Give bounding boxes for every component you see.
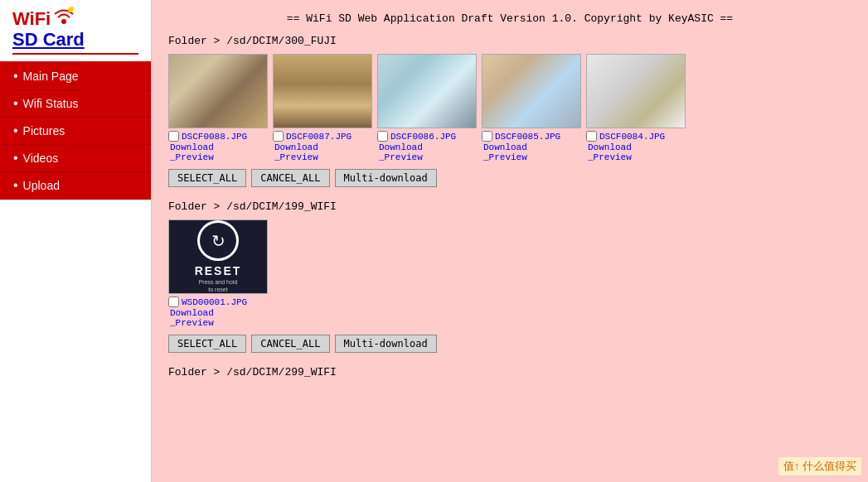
nav-menu: Main Page Wifi Status Pictures Videos Up… xyxy=(0,63,151,200)
preview-link-wsd00001[interactable]: _Preview xyxy=(170,318,214,328)
multi-download-button-300-fuji[interactable]: Multi-download xyxy=(335,169,437,187)
reset-subtext: Press and holdto reset xyxy=(199,279,238,293)
header-bar: == WiFi SD Web Application Draft Version… xyxy=(168,8,851,25)
thumbnail-dscf0085 xyxy=(482,54,581,128)
download-link-dscf0088[interactable]: Download xyxy=(170,142,214,152)
checkbox-wsd00001[interactable] xyxy=(168,296,179,307)
multi-download-button-199-wifi[interactable]: Multi-download xyxy=(335,335,437,353)
file-item-dscf0088: DSCF0088.JPG Download _Preview xyxy=(168,54,269,162)
logo-sd: SD Card xyxy=(12,29,85,50)
checkbox-dscf0088[interactable] xyxy=(168,131,179,142)
download-link-dscf0087[interactable]: Download xyxy=(274,142,318,152)
download-link-wsd00001[interactable]: Download xyxy=(170,308,214,318)
thumbnail-dscf0084 xyxy=(586,54,686,128)
thumbnail-wsd00001: ↻ RESET Press and holdto reset xyxy=(168,219,268,294)
cancel-button-300-fuji[interactable]: CANCEL_ALL xyxy=(251,169,329,187)
folder-path-300-fuji: Folder > /sd/DCIM/300_FUJI xyxy=(168,35,851,47)
thumbnail-dscf0087 xyxy=(273,54,372,128)
folder-299-wifi: Folder > /sd/DCIM/299_WIFI xyxy=(168,366,851,378)
reset-arrows-icon: ↻ xyxy=(211,231,225,251)
buttons-row-199-wifi: SELECT_ALL CANCEL_ALL Multi-download xyxy=(168,335,851,353)
checkbox-dscf0084[interactable] xyxy=(586,131,597,142)
download-link-dscf0084[interactable]: Download xyxy=(588,142,632,152)
select-all-button-199-wifi[interactable]: SELECT_ALL xyxy=(168,335,246,353)
cancel-button-199-wifi[interactable]: CANCEL_ALL xyxy=(251,335,329,353)
filename-link-dscf0087[interactable]: DSCF0087.JPG xyxy=(286,132,352,142)
folder-199-wifi: Folder > /sd/DCIM/199_WIFI ↻ RESET Press… xyxy=(168,200,851,353)
file-actions-dscf0085: Download _Preview xyxy=(482,142,527,162)
thumbnail-dscf0086 xyxy=(377,54,477,128)
sidebar-item-wifi-status[interactable]: Wifi Status xyxy=(0,90,151,118)
file-checkbox-row-dscf0087: DSCF0087.JPG xyxy=(273,131,352,142)
reset-label: RESET xyxy=(195,264,242,277)
main-content: == WiFi SD Web Application Draft Version… xyxy=(152,0,868,482)
thumbnails-row-199-wifi: ↻ RESET Press and holdto reset WSD00001.… xyxy=(168,219,851,328)
file-checkbox-row-dscf0086: DSCF0086.JPG xyxy=(377,131,456,142)
file-checkbox-row-dscf0084: DSCF0084.JPG xyxy=(586,131,665,142)
logo-area: WiFi SD Card xyxy=(0,0,151,63)
sidebar-item-upload[interactable]: Upload xyxy=(0,172,151,200)
folder-300-fuji: Folder > /sd/DCIM/300_FUJI DSCF0088.JPG … xyxy=(168,35,851,187)
filename-link-wsd00001[interactable]: WSD00001.JPG xyxy=(182,297,247,307)
sidebar-item-main-page[interactable]: Main Page xyxy=(0,63,151,90)
filename-link-dscf0085[interactable]: DSCF0085.JPG xyxy=(495,132,560,142)
svg-point-0 xyxy=(61,19,66,24)
sidebar-item-pictures[interactable]: Pictures xyxy=(0,118,151,145)
file-item-dscf0087: DSCF0087.JPG Download _Preview xyxy=(273,54,374,162)
select-all-button-300-fuji[interactable]: SELECT_ALL xyxy=(168,169,246,187)
reset-circle-icon: ↻ xyxy=(197,220,239,261)
file-checkbox-row-dscf0088: DSCF0088.JPG xyxy=(168,131,247,142)
file-item-dscf0085: DSCF0085.JPG Download _Preview xyxy=(482,54,583,162)
filename-link-dscf0086[interactable]: DSCF0086.JPG xyxy=(390,132,456,142)
folder-path-299-wifi: Folder > /sd/DCIM/299_WIFI xyxy=(168,366,851,378)
preview-link-dscf0086[interactable]: _Preview xyxy=(379,152,423,162)
file-actions-dscf0088: Download _Preview xyxy=(168,142,214,162)
file-item-dscf0086: DSCF0086.JPG Download _Preview xyxy=(377,54,478,162)
preview-link-dscf0084[interactable]: _Preview xyxy=(588,152,632,162)
checkbox-dscf0086[interactable] xyxy=(377,131,388,142)
logo-wifi: WiFi xyxy=(12,9,51,29)
watermark: 值↑ 什么值得买 xyxy=(778,457,861,475)
download-link-dscf0086[interactable]: Download xyxy=(379,142,423,152)
preview-link-dscf0085[interactable]: _Preview xyxy=(483,152,527,162)
thumbnail-dscf0088 xyxy=(168,54,268,128)
filename-link-dscf0084[interactable]: DSCF0084.JPG xyxy=(599,132,665,142)
file-item-dscf0084: DSCF0084.JPG Download _Preview xyxy=(586,54,687,162)
file-actions-dscf0084: Download _Preview xyxy=(586,142,632,162)
wifi-signal-icon xyxy=(52,7,75,28)
file-actions-dscf0087: Download _Preview xyxy=(273,142,318,162)
preview-link-dscf0088[interactable]: _Preview xyxy=(170,152,214,162)
sidebar: WiFi SD Card Main P xyxy=(0,0,152,482)
thumbnails-row-300-fuji: DSCF0088.JPG Download _Preview DSCF0087.… xyxy=(168,54,851,162)
file-actions-wsd00001: Download _Preview xyxy=(168,308,214,328)
svg-point-2 xyxy=(70,7,74,10)
sidebar-item-videos[interactable]: Videos xyxy=(0,145,151,172)
file-item-wsd00001: ↻ RESET Press and holdto reset WSD00001.… xyxy=(168,219,269,328)
file-checkbox-row-wsd00001: WSD00001.JPG xyxy=(168,296,247,307)
preview-link-dscf0087[interactable]: _Preview xyxy=(274,152,318,162)
download-link-dscf0085[interactable]: Download xyxy=(483,142,527,152)
checkbox-dscf0087[interactable] xyxy=(273,131,284,142)
checkbox-dscf0085[interactable] xyxy=(482,131,492,142)
logo-text: WiFi SD Card xyxy=(12,8,85,50)
file-actions-dscf0086: Download _Preview xyxy=(377,142,423,162)
filename-link-dscf0088[interactable]: DSCF0088.JPG xyxy=(182,132,247,142)
buttons-row-300-fuji: SELECT_ALL CANCEL_ALL Multi-download xyxy=(168,169,851,187)
file-checkbox-row-dscf0085: DSCF0085.JPG xyxy=(482,131,560,142)
folder-path-199-wifi: Folder > /sd/DCIM/199_WIFI xyxy=(168,200,851,213)
